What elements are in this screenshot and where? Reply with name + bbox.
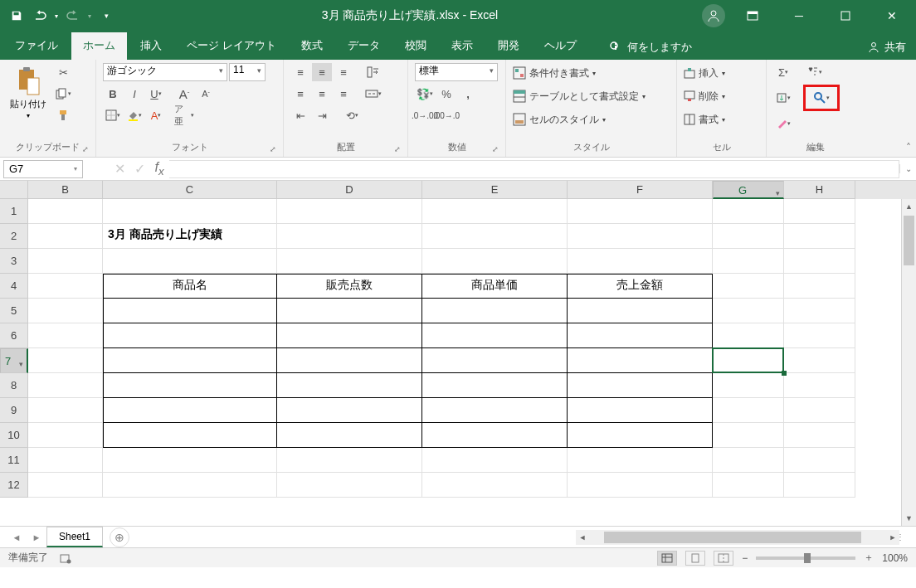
cell[interactable] (103, 299, 277, 323)
cell[interactable] (713, 398, 784, 423)
align-right-icon[interactable]: ≡ (334, 85, 353, 103)
cell[interactable] (28, 274, 103, 299)
maximize-button[interactable] (826, 4, 865, 27)
font-size-select[interactable]: 11 (229, 63, 266, 81)
tab-developer[interactable]: 開発 (486, 32, 531, 60)
align-center-icon[interactable]: ≡ (312, 85, 332, 103)
cell[interactable] (784, 423, 855, 448)
row-header[interactable]: 10 (0, 423, 28, 448)
cell[interactable] (277, 398, 422, 423)
tab-data[interactable]: データ (336, 32, 392, 60)
decrease-indent-icon[interactable]: ⇤ (290, 106, 310, 124)
normal-view-icon[interactable] (657, 551, 677, 566)
merge-icon[interactable]: ▾ (363, 85, 383, 103)
cell[interactable] (568, 398, 713, 423)
align-launcher-icon[interactable]: ⤢ (394, 145, 401, 153)
cell[interactable] (568, 224, 713, 249)
tab-review[interactable]: 校閲 (393, 32, 438, 60)
cell[interactable] (784, 398, 855, 423)
row-header[interactable]: 3 (0, 249, 28, 274)
cell[interactable] (568, 348, 713, 373)
cell[interactable] (713, 448, 784, 473)
insert-cells-button[interactable]: 挿入 ▾ (684, 63, 725, 83)
bold-button[interactable]: B (103, 85, 123, 103)
row-header[interactable]: 1 (0, 199, 28, 224)
align-top-icon[interactable]: ≡ (290, 63, 310, 81)
cell[interactable] (103, 423, 277, 448)
cell[interactable] (784, 299, 855, 323)
cell[interactable] (103, 398, 277, 423)
delete-cells-button[interactable]: 削除 ▾ (684, 86, 725, 106)
cell[interactable] (277, 473, 422, 498)
cell[interactable] (28, 398, 103, 423)
cell[interactable] (568, 423, 713, 448)
cut-icon[interactable]: ✂ (53, 63, 73, 81)
sheet-nav-prev-icon[interactable]: ◄ (7, 532, 27, 542)
tab-page-layout[interactable]: ページ レイアウト (175, 32, 288, 60)
sheet-tab[interactable]: Sheet1 (46, 527, 103, 547)
fill-color-icon[interactable]: ▾ (124, 106, 144, 124)
conditional-format-button[interactable]: 条件付き書式 ▾ (513, 63, 596, 83)
cell[interactable] (103, 473, 277, 498)
tell-me-label[interactable]: 何をしますか (627, 40, 692, 55)
cell[interactable] (713, 423, 784, 448)
tab-help[interactable]: ヘルプ (533, 32, 588, 60)
font-launcher-icon[interactable]: ⤢ (270, 145, 276, 153)
cell[interactable] (28, 423, 103, 448)
row-header[interactable]: 12 (0, 473, 28, 498)
vscroll-thumb[interactable] (904, 216, 914, 265)
number-launcher-icon[interactable]: ⤢ (492, 145, 499, 153)
formula-bar-expand-icon[interactable]: ⌄ (899, 164, 916, 173)
cell[interactable]: 3月 商品売り上げ実績 (103, 224, 277, 249)
cell[interactable] (277, 299, 422, 323)
cell[interactable] (784, 224, 855, 249)
macro-record-icon[interactable] (60, 552, 71, 564)
phonetic-icon[interactable]: ア亜▾ (174, 106, 194, 124)
cell[interactable] (103, 323, 277, 348)
cell[interactable] (277, 224, 422, 249)
qat-customize-icon[interactable]: ▾ (95, 4, 118, 27)
cell[interactable] (277, 249, 422, 274)
cell[interactable] (422, 348, 568, 373)
cell[interactable] (28, 249, 103, 274)
select-all-corner[interactable] (0, 181, 28, 199)
row-header[interactable]: 7 (0, 348, 28, 373)
vertical-scrollbar[interactable]: ▲ ▼ (901, 199, 916, 526)
autosum-icon[interactable]: Σ▾ (773, 63, 793, 81)
row-header[interactable]: 6 (0, 323, 28, 348)
format-as-table-button[interactable]: テーブルとして書式設定 ▾ (513, 86, 646, 106)
cell[interactable] (422, 373, 568, 398)
decrease-decimal-icon[interactable]: .00→.0 (436, 106, 456, 124)
page-layout-view-icon[interactable] (685, 551, 705, 566)
cell[interactable] (103, 199, 277, 224)
column-header[interactable]: F (568, 181, 713, 199)
column-header[interactable]: B (28, 181, 103, 199)
accounting-icon[interactable]: 💱▾ (415, 85, 435, 103)
cell[interactable] (28, 373, 103, 398)
fill-handle[interactable] (782, 371, 787, 376)
cell[interactable] (784, 348, 855, 373)
cell[interactable] (784, 448, 855, 473)
cell[interactable] (103, 373, 277, 398)
new-sheet-icon[interactable]: ⊕ (110, 527, 129, 547)
column-header[interactable]: C (103, 181, 277, 199)
comma-icon[interactable]: , (458, 85, 478, 103)
ribbon-display-icon[interactable] (733, 4, 772, 27)
align-left-icon[interactable]: ≡ (290, 85, 310, 103)
column-header[interactable]: D (277, 181, 422, 199)
save-icon[interactable] (5, 4, 28, 27)
scroll-up-icon[interactable]: ▲ (902, 199, 916, 214)
cell[interactable] (277, 348, 422, 373)
cell[interactable] (277, 323, 422, 348)
cell[interactable] (784, 323, 855, 348)
sheet-nav-next-icon[interactable]: ► (27, 532, 46, 542)
column-header[interactable]: H (784, 181, 855, 199)
user-avatar-icon[interactable] (702, 4, 725, 27)
paste-button[interactable]: 貼り付け ▾ (7, 63, 50, 123)
tab-home[interactable]: ホーム (71, 32, 127, 60)
tab-insert[interactable]: 挿入 (129, 32, 173, 60)
cell[interactable] (713, 473, 784, 498)
font-name-select[interactable]: 游ゴシック (103, 63, 227, 81)
cell[interactable] (713, 348, 784, 373)
number-format-select[interactable]: 標準 (415, 63, 498, 81)
